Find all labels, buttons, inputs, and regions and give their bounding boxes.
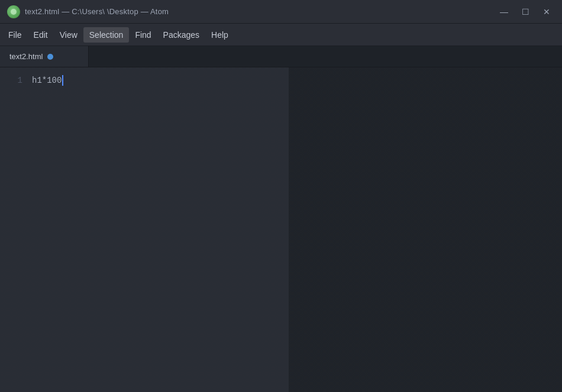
code-content-1: h1*100 (32, 74, 62, 87)
maximize-button[interactable]: ☐ (517, 4, 534, 20)
code-line-1: h1*100 (32, 73, 562, 88)
window-title: text2.html — C:\Users\ \Desktop — Atom (25, 7, 169, 16)
atom-icon-inner (11, 9, 17, 15)
atom-app-icon (7, 5, 20, 18)
menu-item-find[interactable]: Find (129, 27, 157, 43)
title-bar: text2.html — C:\Users\ \Desktop — Atom —… (0, 0, 562, 24)
menu-item-view[interactable]: View (54, 27, 83, 43)
menu-item-file[interactable]: File (2, 27, 28, 43)
editor-gutter: 1 (0, 67, 30, 392)
menu-item-selection[interactable]: Selection (83, 27, 130, 43)
tab-text2-html[interactable]: text2.html (0, 46, 89, 67)
menu-bar: File Edit View Selection Find Packages H… (0, 24, 562, 46)
tab-modified-indicator (47, 54, 53, 60)
menu-item-help[interactable]: Help (205, 27, 234, 43)
tab-bar: text2.html (0, 46, 562, 67)
title-bar-left: text2.html — C:\Users\ \Desktop — Atom (7, 5, 169, 18)
window-controls: — ☐ ✕ (496, 4, 555, 20)
text-cursor (62, 75, 63, 86)
tab-bar-empty (89, 46, 562, 67)
menu-item-edit[interactable]: Edit (28, 27, 54, 43)
code-area[interactable]: h1*100 (30, 67, 562, 392)
minimize-button[interactable]: — (496, 4, 512, 20)
close-button[interactable]: ✕ (538, 4, 555, 20)
line-number-1: 1 (18, 73, 22, 88)
tab-title: text2.html (9, 52, 43, 61)
editor-area[interactable]: 1 h1*100 (0, 67, 562, 392)
menu-item-packages[interactable]: Packages (157, 27, 205, 43)
